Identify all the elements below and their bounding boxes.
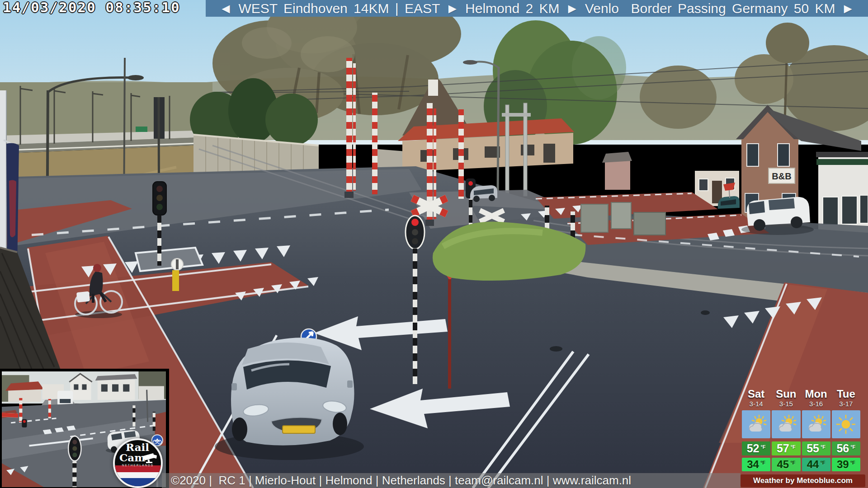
forecast-day-column: Mon 3-16 55°F 44°F	[802, 388, 830, 471]
red-roof-cottage	[398, 118, 574, 172]
bnb-sign: B&B	[769, 168, 795, 183]
forecast-day-column: Sun 3-15 57°F 45°F	[772, 388, 800, 471]
forecast-day-label: Mon	[802, 388, 830, 400]
high-temp: 52°F	[742, 441, 770, 455]
low-temp: 44°F	[802, 458, 830, 471]
forecast-day-column: Sat 3-14 52°F 34°F	[742, 388, 770, 471]
high-temp-value: 57	[777, 442, 789, 455]
forecast-day-label: Sat	[742, 388, 770, 400]
railcam-logo: Rail Cam NETHERLANDS	[113, 438, 163, 488]
location-banner: ◄ WEST Eindhoven 14KM | EAST ► Helmond 2…	[206, 0, 868, 17]
pip-building-far-right	[139, 386, 164, 400]
cctv-camera-icon	[142, 452, 158, 464]
pip-striped-pole-right-2	[153, 412, 156, 431]
license-plate	[283, 426, 315, 433]
partly-cloudy-icon	[742, 410, 770, 438]
railcam-logo-top: Rail Cam NETHERLANDS	[115, 440, 161, 465]
weather-forecast-widget: Sat 3-14 52°F 34°F Sun 3-15 57°F 45°F Mo…	[742, 388, 860, 471]
copyright-text: ©2020 | RC 1 | Mierlo-Hout | Helmond | N…	[171, 474, 631, 488]
forecast-date-label: 3-17	[832, 400, 860, 408]
flag-stripe-white	[115, 472, 161, 478]
pip-striped-mast-1	[19, 398, 22, 422]
pip-small-signal	[22, 419, 27, 427]
railcam-stream-view: B&B	[0, 0, 868, 488]
high-temp-value: 56	[836, 442, 849, 455]
pip-striped-pole-right	[132, 405, 135, 427]
temp-unit: °F	[791, 444, 796, 450]
forecast-day-label: Tue	[832, 388, 860, 400]
temp-unit: °F	[790, 460, 795, 465]
high-temp: 57°F	[772, 441, 800, 455]
high-temp: 56°F	[832, 441, 860, 455]
copyright-bar: ©2020 | RC 1 | Mierlo-Hout | Helmond | N…	[162, 473, 741, 488]
railway-corridor-left	[0, 82, 212, 154]
pink-house	[602, 152, 632, 190]
partly-cloudy-icon	[802, 410, 830, 438]
low-temp: 39°F	[832, 458, 860, 471]
high-temp-value: 55	[807, 442, 819, 455]
forecast-date-label: 3-16	[802, 400, 830, 408]
station-sign	[136, 127, 147, 132]
forecast-day-column: Tue 3-17 56°F 39°F	[832, 388, 860, 471]
temp-unit: °F	[821, 444, 826, 450]
low-temp-value: 44	[807, 458, 819, 471]
forecast-day-label: Sun	[772, 388, 800, 400]
high-temp-value: 52	[747, 442, 760, 455]
sunny-icon	[832, 410, 860, 438]
low-temp-value: 45	[777, 458, 789, 471]
logo-text-cam: Cam	[119, 451, 146, 464]
white-van	[741, 197, 814, 235]
pip-van	[57, 391, 73, 406]
high-temp: 55°F	[802, 441, 830, 455]
osd-timestamp: 14/03/2020 08:35:10	[3, 0, 180, 15]
low-temp-value: 39	[837, 458, 849, 471]
location-banner-text: ◄ WEST Eindhoven 14KM | EAST ► Helmond 2…	[219, 1, 854, 16]
manhole	[550, 346, 562, 352]
low-temp: 34°F	[742, 458, 770, 471]
pip-white-house-right	[95, 374, 137, 400]
svg-text:B&B: B&B	[772, 171, 791, 181]
low-temp-value: 34	[747, 458, 759, 471]
temp-unit: °F	[850, 460, 855, 465]
manhole-2	[701, 310, 710, 315]
weather-attribution-bar: Weather by Meteoblue.com	[741, 474, 865, 487]
temp-unit: °F	[820, 460, 825, 465]
low-temp: 45°F	[772, 458, 800, 471]
yellow-bollard-left	[172, 270, 179, 291]
forecast-date-label: 3-15	[772, 400, 800, 408]
weather-attribution-text: Weather by Meteoblue.com	[753, 476, 853, 485]
pip-striped-mast-2	[48, 399, 51, 418]
striped-bollard-2	[571, 211, 575, 238]
temp-unit: °F	[850, 444, 855, 450]
logo-country-label: NETHERLANDS	[115, 464, 161, 467]
pip-barrier-board	[2, 413, 18, 418]
temp-unit: °F	[760, 444, 765, 450]
forecast-date-label: 3-14	[742, 400, 770, 408]
temp-unit: °F	[760, 460, 765, 465]
pip-lamp-post	[147, 390, 148, 422]
pip-red-roof-house	[5, 381, 44, 402]
partly-cloudy-icon	[772, 410, 800, 438]
